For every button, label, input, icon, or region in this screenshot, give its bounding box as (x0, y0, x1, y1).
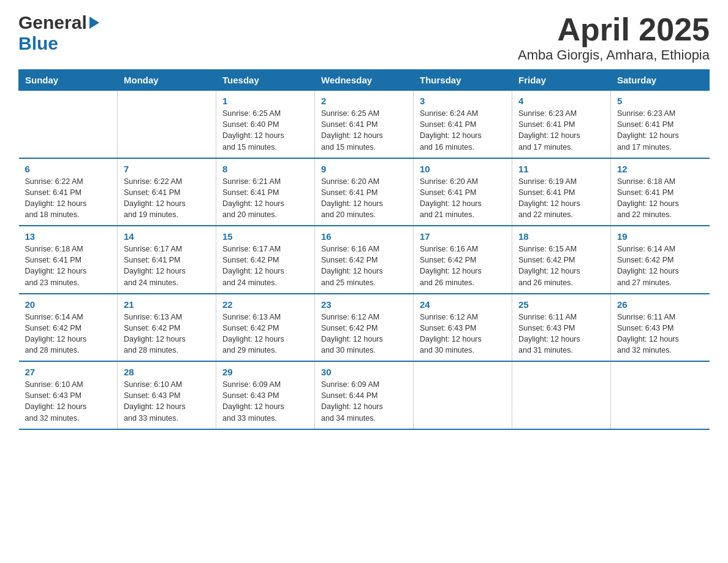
day-info: Sunrise: 6:19 AM Sunset: 6:41 PM Dayligh… (518, 176, 604, 221)
calendar-cell: 19Sunrise: 6:14 AM Sunset: 6:42 PM Dayli… (611, 226, 710, 294)
col-wednesday: Wednesday (315, 70, 414, 91)
day-info: Sunrise: 6:18 AM Sunset: 6:41 PM Dayligh… (25, 243, 112, 288)
day-info: Sunrise: 6:17 AM Sunset: 6:42 PM Dayligh… (222, 243, 308, 288)
day-number: 7 (124, 164, 210, 174)
day-number: 11 (518, 164, 604, 174)
day-number: 2 (321, 96, 407, 106)
calendar-cell: 17Sunrise: 6:16 AM Sunset: 6:42 PM Dayli… (414, 226, 512, 294)
day-number: 16 (321, 231, 407, 242)
day-number: 10 (420, 164, 506, 174)
calendar-cell: 2Sunrise: 6:25 AM Sunset: 6:41 PM Daylig… (315, 91, 414, 158)
day-info: Sunrise: 6:22 AM Sunset: 6:41 PM Dayligh… (25, 176, 112, 221)
day-info: Sunrise: 6:20 AM Sunset: 6:41 PM Dayligh… (420, 176, 506, 221)
calendar-cell: 23Sunrise: 6:12 AM Sunset: 6:42 PM Dayli… (315, 294, 414, 362)
day-number: 30 (321, 367, 407, 377)
day-info: Sunrise: 6:23 AM Sunset: 6:41 PM Dayligh… (518, 108, 604, 153)
day-info: Sunrise: 6:15 AM Sunset: 6:42 PM Dayligh… (518, 243, 604, 288)
logo-general-text: General (18, 12, 87, 33)
calendar-cell: 3Sunrise: 6:24 AM Sunset: 6:41 PM Daylig… (414, 91, 512, 158)
day-number: 27 (25, 367, 112, 377)
calendar-cell: 8Sunrise: 6:21 AM Sunset: 6:41 PM Daylig… (216, 158, 315, 226)
calendar-cell: 16Sunrise: 6:16 AM Sunset: 6:42 PM Dayli… (315, 226, 414, 294)
day-info: Sunrise: 6:20 AM Sunset: 6:41 PM Dayligh… (321, 176, 407, 221)
calendar-cell (118, 91, 216, 158)
calendar-cell (611, 361, 710, 429)
calendar-cell: 4Sunrise: 6:23 AM Sunset: 6:41 PM Daylig… (512, 91, 611, 158)
calendar-week-row: 6Sunrise: 6:22 AM Sunset: 6:41 PM Daylig… (19, 158, 710, 226)
day-number: 22 (222, 299, 308, 310)
col-thursday: Thursday (414, 70, 512, 91)
col-sunday: Sunday (19, 70, 118, 91)
logo-arrow-icon (89, 17, 99, 29)
day-info: Sunrise: 6:18 AM Sunset: 6:41 PM Dayligh… (617, 176, 703, 221)
day-number: 4 (518, 96, 604, 106)
calendar-table: Sunday Monday Tuesday Wednesday Thursday… (18, 69, 710, 430)
day-number: 23 (321, 299, 407, 310)
calendar-cell: 11Sunrise: 6:19 AM Sunset: 6:41 PM Dayli… (512, 158, 611, 226)
day-number: 19 (617, 231, 703, 242)
month-title: April 2025 (518, 12, 710, 47)
day-number: 9 (321, 164, 407, 174)
day-number: 25 (518, 299, 604, 310)
day-info: Sunrise: 6:16 AM Sunset: 6:42 PM Dayligh… (420, 243, 506, 288)
day-info: Sunrise: 6:25 AM Sunset: 6:41 PM Dayligh… (321, 108, 407, 153)
day-info: Sunrise: 6:14 AM Sunset: 6:42 PM Dayligh… (617, 243, 703, 288)
day-number: 12 (617, 164, 703, 174)
day-number: 24 (420, 299, 506, 310)
calendar-cell: 12Sunrise: 6:18 AM Sunset: 6:41 PM Dayli… (611, 158, 710, 226)
day-number: 28 (124, 367, 210, 377)
day-info: Sunrise: 6:21 AM Sunset: 6:41 PM Dayligh… (222, 176, 308, 221)
calendar-cell: 27Sunrise: 6:10 AM Sunset: 6:43 PM Dayli… (19, 361, 118, 429)
day-info: Sunrise: 6:09 AM Sunset: 6:43 PM Dayligh… (222, 379, 308, 424)
calendar-cell: 6Sunrise: 6:22 AM Sunset: 6:41 PM Daylig… (19, 158, 118, 226)
day-info: Sunrise: 6:10 AM Sunset: 6:43 PM Dayligh… (124, 379, 210, 424)
day-number: 14 (124, 231, 210, 242)
calendar-cell: 14Sunrise: 6:17 AM Sunset: 6:41 PM Dayli… (118, 226, 216, 294)
calendar-cell (19, 91, 118, 158)
calendar-week-row: 20Sunrise: 6:14 AM Sunset: 6:42 PM Dayli… (19, 294, 710, 362)
day-number: 17 (420, 231, 506, 242)
day-info: Sunrise: 6:24 AM Sunset: 6:41 PM Dayligh… (420, 108, 506, 153)
logo-blue-text: Blue (18, 33, 58, 53)
col-saturday: Saturday (611, 70, 710, 91)
logo: General Blue (18, 12, 99, 54)
day-number: 6 (25, 164, 112, 174)
day-info: Sunrise: 6:13 AM Sunset: 6:42 PM Dayligh… (222, 312, 308, 356)
calendar-cell (512, 361, 611, 429)
day-info: Sunrise: 6:11 AM Sunset: 6:43 PM Dayligh… (617, 312, 703, 356)
location-title: Amba Giorgis, Amhara, Ethiopia (518, 47, 710, 63)
day-info: Sunrise: 6:22 AM Sunset: 6:41 PM Dayligh… (124, 176, 210, 221)
col-monday: Monday (118, 70, 216, 91)
day-info: Sunrise: 6:09 AM Sunset: 6:44 PM Dayligh… (321, 379, 407, 424)
calendar-cell: 30Sunrise: 6:09 AM Sunset: 6:44 PM Dayli… (315, 361, 414, 429)
day-info: Sunrise: 6:12 AM Sunset: 6:43 PM Dayligh… (420, 312, 506, 356)
calendar-cell: 29Sunrise: 6:09 AM Sunset: 6:43 PM Dayli… (216, 361, 315, 429)
calendar-week-row: 27Sunrise: 6:10 AM Sunset: 6:43 PM Dayli… (19, 361, 710, 429)
col-friday: Friday (512, 70, 611, 91)
calendar-cell: 10Sunrise: 6:20 AM Sunset: 6:41 PM Dayli… (414, 158, 512, 226)
day-number: 18 (518, 231, 604, 242)
day-info: Sunrise: 6:14 AM Sunset: 6:42 PM Dayligh… (25, 312, 112, 356)
calendar-week-row: 13Sunrise: 6:18 AM Sunset: 6:41 PM Dayli… (19, 226, 710, 294)
calendar-cell: 24Sunrise: 6:12 AM Sunset: 6:43 PM Dayli… (414, 294, 512, 362)
day-number: 1 (222, 96, 308, 106)
day-info: Sunrise: 6:13 AM Sunset: 6:42 PM Dayligh… (124, 312, 210, 356)
calendar-cell: 21Sunrise: 6:13 AM Sunset: 6:42 PM Dayli… (118, 294, 216, 362)
calendar-cell: 26Sunrise: 6:11 AM Sunset: 6:43 PM Dayli… (611, 294, 710, 362)
page-header: General Blue April 2025 Amba Giorgis, Am… (18, 12, 710, 63)
day-number: 21 (124, 299, 210, 310)
day-info: Sunrise: 6:16 AM Sunset: 6:42 PM Dayligh… (321, 243, 407, 288)
calendar-cell: 20Sunrise: 6:14 AM Sunset: 6:42 PM Dayli… (19, 294, 118, 362)
day-number: 3 (420, 96, 506, 106)
day-number: 5 (617, 96, 703, 106)
calendar-cell (414, 361, 512, 429)
calendar-cell: 13Sunrise: 6:18 AM Sunset: 6:41 PM Dayli… (19, 226, 118, 294)
calendar-cell: 22Sunrise: 6:13 AM Sunset: 6:42 PM Dayli… (216, 294, 315, 362)
calendar-cell: 15Sunrise: 6:17 AM Sunset: 6:42 PM Dayli… (216, 226, 315, 294)
calendar-cell: 9Sunrise: 6:20 AM Sunset: 6:41 PM Daylig… (315, 158, 414, 226)
title-block: April 2025 Amba Giorgis, Amhara, Ethiopi… (518, 12, 710, 63)
calendar-cell: 5Sunrise: 6:23 AM Sunset: 6:41 PM Daylig… (611, 91, 710, 158)
day-number: 20 (25, 299, 112, 310)
day-info: Sunrise: 6:25 AM Sunset: 6:40 PM Dayligh… (222, 108, 308, 153)
calendar-cell: 28Sunrise: 6:10 AM Sunset: 6:43 PM Dayli… (118, 361, 216, 429)
